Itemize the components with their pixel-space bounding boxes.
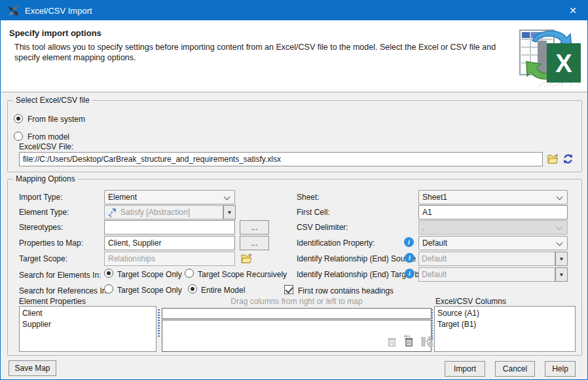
- element-properties-list[interactable]: Client Supplier: [19, 306, 156, 352]
- dialog-header: Specify import options This tool allows …: [1, 20, 587, 92]
- list-item[interactable]: Target (B1): [435, 319, 575, 330]
- list-item[interactable]: Client: [20, 308, 156, 319]
- dropdown-arrow-icon: ▼: [559, 256, 564, 262]
- list-item[interactable]: Source (A1): [435, 308, 575, 319]
- mapping-drop-row-1[interactable]: [162, 308, 432, 319]
- svg-text:s: s: [109, 214, 112, 218]
- identification-info-icon[interactable]: i: [404, 237, 414, 247]
- dropdown-arrow-icon: ▼: [559, 272, 564, 278]
- window-title: Excel/CSV Import: [25, 6, 92, 16]
- properties-browse-button[interactable]: ...: [240, 236, 269, 250]
- cancel-button[interactable]: Cancel: [495, 361, 535, 377]
- chevron-down-icon: [557, 240, 563, 246]
- delete-all-mappings-icon: ALL: [403, 333, 414, 347]
- delete-mapping-icon: [387, 336, 397, 347]
- element-type-dropdown-button[interactable]: ▼: [223, 205, 236, 219]
- target-scope-folder-icon[interactable]: [240, 253, 253, 264]
- satisfy-relation-icon: s: [107, 207, 118, 218]
- from-model-label[interactable]: From model: [28, 132, 69, 142]
- search-references-scope-only-label[interactable]: Target Scope Only: [117, 286, 182, 295]
- target-by-info-icon[interactable]: i: [405, 269, 414, 278]
- right-drag-handle-icon[interactable]: [431, 309, 433, 339]
- element-type-field[interactable]: s Satisfy [Abstraction]: [104, 205, 223, 219]
- drag-hint: Drag columns from right or left to map: [162, 297, 432, 306]
- from-file-system-radio[interactable]: [14, 114, 23, 123]
- search-elements-label: Search for Elements In:: [19, 271, 101, 280]
- from-file-system-label[interactable]: From file system: [28, 115, 85, 124]
- target-scope-label: Target Scope:: [19, 254, 67, 263]
- properties-to-map-input[interactable]: Client, Supplier: [104, 236, 235, 250]
- search-elements-recursively-label[interactable]: Target Scope Recursively: [198, 270, 287, 279]
- left-drag-handle-icon[interactable]: [158, 309, 160, 337]
- sheet-label: Sheet:: [297, 193, 320, 202]
- title-bar: Excel/CSV Import ✕: [1, 1, 587, 20]
- search-elements-scope-only-radio[interactable]: [104, 269, 113, 278]
- refresh-icon[interactable]: [562, 153, 574, 164]
- search-references-scope-only-radio[interactable]: [104, 284, 113, 294]
- identification-property-dropdown[interactable]: Default: [418, 236, 568, 250]
- save-map-button[interactable]: Save Map: [9, 360, 56, 376]
- search-references-entire-model-label[interactable]: Entire Model: [201, 286, 245, 295]
- list-item[interactable]: Supplier: [20, 319, 156, 330]
- file-path-input[interactable]: file://C:/Users/Desktop/CarBreak_structu…: [19, 152, 543, 166]
- source-by-field: Default: [418, 252, 555, 266]
- target-by-dropdown-button[interactable]: ▼: [555, 267, 568, 282]
- stereotypes-input[interactable]: [104, 220, 235, 235]
- csv-delimiter-label: CSV Delimiter:: [297, 223, 348, 232]
- from-model-radio[interactable]: [14, 132, 23, 141]
- chevron-down-icon: [224, 194, 230, 200]
- select-file-legend: Select Excel/CSV file: [13, 96, 92, 105]
- close-icon[interactable]: ✕: [559, 1, 587, 20]
- import-type-label: Import Type:: [19, 193, 62, 202]
- first-cell-label: First Cell:: [297, 208, 330, 217]
- excel-columns-list[interactable]: Source (A1) Target (B1): [434, 306, 576, 352]
- target-scope-input[interactable]: Relationships: [104, 252, 235, 266]
- search-elements-recursively-radio[interactable]: [185, 269, 194, 278]
- target-by-field: Default: [418, 267, 555, 282]
- app-logo-icon: [8, 5, 19, 16]
- search-references-entire-model-radio[interactable]: [188, 284, 197, 294]
- search-references-label: Search for References In:: [19, 286, 109, 295]
- stereotypes-browse-button[interactable]: ...: [240, 220, 269, 235]
- csv-delimiter-dropdown: ,: [418, 220, 568, 235]
- properties-to-map-label: Properties to Map:: [19, 238, 83, 248]
- header-description: This tool allows you to specify settings…: [14, 42, 513, 63]
- excel-columns-label: Excel/CSV Columns: [435, 297, 506, 306]
- header-title: Specify import options: [9, 28, 101, 38]
- identification-property-label: Identification Property:: [297, 238, 375, 248]
- first-row-headings-checkbox[interactable]: [284, 285, 293, 294]
- svg-text:X: X: [555, 50, 572, 77]
- sheet-dropdown[interactable]: Sheet1: [418, 190, 568, 204]
- first-row-headings-label[interactable]: First row contains headings: [298, 286, 394, 295]
- help-button[interactable]: Help: [545, 361, 576, 377]
- chevron-down-icon: [557, 224, 563, 231]
- stereotypes-label: Stereotypes:: [19, 223, 63, 232]
- chevron-down-icon: [557, 194, 563, 200]
- import-type-dropdown[interactable]: Element: [104, 190, 235, 204]
- first-cell-input[interactable]: A1: [418, 205, 568, 219]
- element-type-label: Element Type:: [19, 208, 69, 217]
- dropdown-arrow-icon: ▼: [227, 210, 232, 216]
- search-elements-scope-only-label[interactable]: Target Scope Only: [117, 270, 182, 279]
- open-folder-icon[interactable]: [547, 153, 560, 164]
- source-by-info-icon[interactable]: i: [405, 253, 414, 263]
- excel-csv-import-dialog: Excel/CSV Import ✕ Specify import option…: [0, 0, 588, 380]
- element-properties-label: Element Properties: [19, 297, 86, 306]
- file-path-label: Excel/CSV File:: [19, 142, 73, 151]
- source-by-dropdown-button[interactable]: ▼: [555, 252, 568, 266]
- svg-text:ALL: ALL: [404, 334, 411, 338]
- import-button[interactable]: Import: [445, 361, 485, 377]
- excel-import-icon: X: [518, 26, 582, 88]
- mapping-options-legend: Mapping Options: [13, 174, 78, 183]
